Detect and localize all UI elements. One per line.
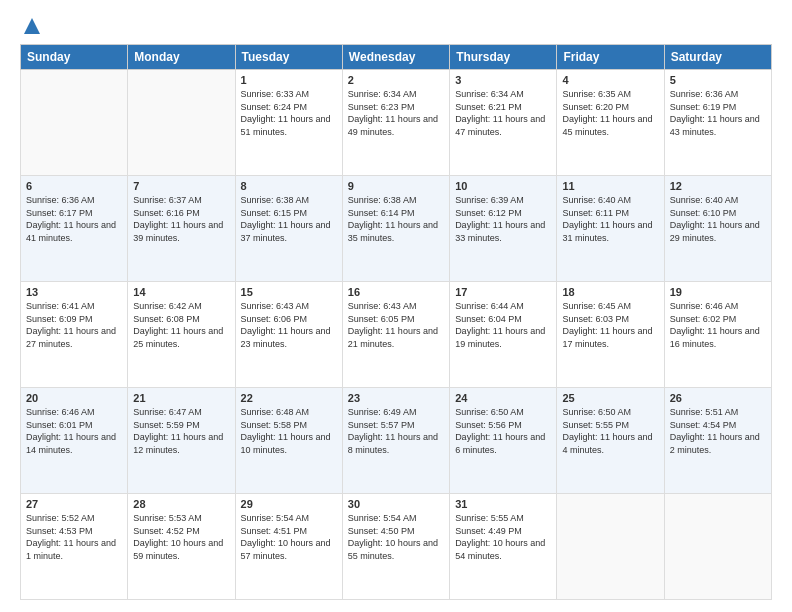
day-info: Sunrise: 6:47 AMSunset: 5:59 PMDaylight:…	[133, 407, 223, 455]
table-row: 22Sunrise: 6:48 AMSunset: 5:58 PMDayligh…	[235, 388, 342, 494]
calendar-week-row: 13Sunrise: 6:41 AMSunset: 6:09 PMDayligh…	[21, 282, 772, 388]
day-info: Sunrise: 6:43 AMSunset: 6:05 PMDaylight:…	[348, 301, 438, 349]
table-row: 7Sunrise: 6:37 AMSunset: 6:16 PMDaylight…	[128, 176, 235, 282]
day-info: Sunrise: 6:42 AMSunset: 6:08 PMDaylight:…	[133, 301, 223, 349]
day-info: Sunrise: 5:53 AMSunset: 4:52 PMDaylight:…	[133, 513, 223, 561]
header-monday: Monday	[128, 45, 235, 70]
calendar-page: Sunday Monday Tuesday Wednesday Thursday…	[0, 0, 792, 612]
day-number: 30	[348, 498, 444, 510]
day-info: Sunrise: 6:48 AMSunset: 5:58 PMDaylight:…	[241, 407, 331, 455]
day-info: Sunrise: 6:33 AMSunset: 6:24 PMDaylight:…	[241, 89, 331, 137]
day-number: 22	[241, 392, 337, 404]
day-info: Sunrise: 6:38 AMSunset: 6:14 PMDaylight:…	[348, 195, 438, 243]
day-number: 28	[133, 498, 229, 510]
day-info: Sunrise: 6:43 AMSunset: 6:06 PMDaylight:…	[241, 301, 331, 349]
logo-icon	[22, 16, 42, 36]
svg-marker-0	[24, 18, 40, 34]
day-number: 8	[241, 180, 337, 192]
header	[20, 16, 772, 36]
day-number: 26	[670, 392, 766, 404]
table-row: 4Sunrise: 6:35 AMSunset: 6:20 PMDaylight…	[557, 70, 664, 176]
table-row: 13Sunrise: 6:41 AMSunset: 6:09 PMDayligh…	[21, 282, 128, 388]
day-number: 7	[133, 180, 229, 192]
day-number: 2	[348, 74, 444, 86]
table-row	[128, 70, 235, 176]
table-row: 24Sunrise: 6:50 AMSunset: 5:56 PMDayligh…	[450, 388, 557, 494]
day-number: 9	[348, 180, 444, 192]
day-info: Sunrise: 5:55 AMSunset: 4:49 PMDaylight:…	[455, 513, 545, 561]
table-row: 14Sunrise: 6:42 AMSunset: 6:08 PMDayligh…	[128, 282, 235, 388]
day-info: Sunrise: 6:35 AMSunset: 6:20 PMDaylight:…	[562, 89, 652, 137]
header-sunday: Sunday	[21, 45, 128, 70]
header-friday: Friday	[557, 45, 664, 70]
day-number: 27	[26, 498, 122, 510]
calendar-week-row: 6Sunrise: 6:36 AMSunset: 6:17 PMDaylight…	[21, 176, 772, 282]
table-row: 15Sunrise: 6:43 AMSunset: 6:06 PMDayligh…	[235, 282, 342, 388]
day-info: Sunrise: 5:54 AMSunset: 4:51 PMDaylight:…	[241, 513, 331, 561]
calendar-table: Sunday Monday Tuesday Wednesday Thursday…	[20, 44, 772, 600]
calendar-week-row: 1Sunrise: 6:33 AMSunset: 6:24 PMDaylight…	[21, 70, 772, 176]
day-number: 11	[562, 180, 658, 192]
day-info: Sunrise: 6:49 AMSunset: 5:57 PMDaylight:…	[348, 407, 438, 455]
table-row: 26Sunrise: 5:51 AMSunset: 4:54 PMDayligh…	[664, 388, 771, 494]
table-row: 19Sunrise: 6:46 AMSunset: 6:02 PMDayligh…	[664, 282, 771, 388]
day-info: Sunrise: 6:46 AMSunset: 6:02 PMDaylight:…	[670, 301, 760, 349]
calendar-week-row: 20Sunrise: 6:46 AMSunset: 6:01 PMDayligh…	[21, 388, 772, 494]
day-info: Sunrise: 6:40 AMSunset: 6:10 PMDaylight:…	[670, 195, 760, 243]
day-info: Sunrise: 6:46 AMSunset: 6:01 PMDaylight:…	[26, 407, 116, 455]
day-info: Sunrise: 6:34 AMSunset: 6:21 PMDaylight:…	[455, 89, 545, 137]
day-info: Sunrise: 5:51 AMSunset: 4:54 PMDaylight:…	[670, 407, 760, 455]
logo	[20, 16, 42, 36]
table-row: 8Sunrise: 6:38 AMSunset: 6:15 PMDaylight…	[235, 176, 342, 282]
day-info: Sunrise: 6:37 AMSunset: 6:16 PMDaylight:…	[133, 195, 223, 243]
header-wednesday: Wednesday	[342, 45, 449, 70]
day-number: 3	[455, 74, 551, 86]
day-number: 15	[241, 286, 337, 298]
table-row: 31Sunrise: 5:55 AMSunset: 4:49 PMDayligh…	[450, 494, 557, 600]
day-info: Sunrise: 6:50 AMSunset: 5:55 PMDaylight:…	[562, 407, 652, 455]
day-info: Sunrise: 6:50 AMSunset: 5:56 PMDaylight:…	[455, 407, 545, 455]
day-info: Sunrise: 6:39 AMSunset: 6:12 PMDaylight:…	[455, 195, 545, 243]
table-row	[664, 494, 771, 600]
table-row: 9Sunrise: 6:38 AMSunset: 6:14 PMDaylight…	[342, 176, 449, 282]
table-row: 30Sunrise: 5:54 AMSunset: 4:50 PMDayligh…	[342, 494, 449, 600]
day-number: 13	[26, 286, 122, 298]
day-number: 6	[26, 180, 122, 192]
day-number: 31	[455, 498, 551, 510]
table-row: 21Sunrise: 6:47 AMSunset: 5:59 PMDayligh…	[128, 388, 235, 494]
day-number: 25	[562, 392, 658, 404]
header-saturday: Saturday	[664, 45, 771, 70]
weekday-header-row: Sunday Monday Tuesday Wednesday Thursday…	[21, 45, 772, 70]
table-row	[557, 494, 664, 600]
day-number: 23	[348, 392, 444, 404]
day-info: Sunrise: 6:36 AMSunset: 6:17 PMDaylight:…	[26, 195, 116, 243]
day-number: 18	[562, 286, 658, 298]
table-row: 18Sunrise: 6:45 AMSunset: 6:03 PMDayligh…	[557, 282, 664, 388]
table-row: 17Sunrise: 6:44 AMSunset: 6:04 PMDayligh…	[450, 282, 557, 388]
day-info: Sunrise: 6:41 AMSunset: 6:09 PMDaylight:…	[26, 301, 116, 349]
table-row: 23Sunrise: 6:49 AMSunset: 5:57 PMDayligh…	[342, 388, 449, 494]
header-thursday: Thursday	[450, 45, 557, 70]
day-number: 4	[562, 74, 658, 86]
table-row: 27Sunrise: 5:52 AMSunset: 4:53 PMDayligh…	[21, 494, 128, 600]
table-row: 12Sunrise: 6:40 AMSunset: 6:10 PMDayligh…	[664, 176, 771, 282]
day-number: 17	[455, 286, 551, 298]
calendar-week-row: 27Sunrise: 5:52 AMSunset: 4:53 PMDayligh…	[21, 494, 772, 600]
table-row: 11Sunrise: 6:40 AMSunset: 6:11 PMDayligh…	[557, 176, 664, 282]
day-info: Sunrise: 6:38 AMSunset: 6:15 PMDaylight:…	[241, 195, 331, 243]
day-number: 16	[348, 286, 444, 298]
day-info: Sunrise: 6:45 AMSunset: 6:03 PMDaylight:…	[562, 301, 652, 349]
day-info: Sunrise: 5:54 AMSunset: 4:50 PMDaylight:…	[348, 513, 438, 561]
day-number: 14	[133, 286, 229, 298]
day-info: Sunrise: 6:40 AMSunset: 6:11 PMDaylight:…	[562, 195, 652, 243]
day-info: Sunrise: 6:36 AMSunset: 6:19 PMDaylight:…	[670, 89, 760, 137]
day-number: 21	[133, 392, 229, 404]
day-number: 1	[241, 74, 337, 86]
table-row: 1Sunrise: 6:33 AMSunset: 6:24 PMDaylight…	[235, 70, 342, 176]
table-row: 25Sunrise: 6:50 AMSunset: 5:55 PMDayligh…	[557, 388, 664, 494]
table-row: 20Sunrise: 6:46 AMSunset: 6:01 PMDayligh…	[21, 388, 128, 494]
day-number: 24	[455, 392, 551, 404]
day-number: 5	[670, 74, 766, 86]
day-number: 29	[241, 498, 337, 510]
table-row: 28Sunrise: 5:53 AMSunset: 4:52 PMDayligh…	[128, 494, 235, 600]
